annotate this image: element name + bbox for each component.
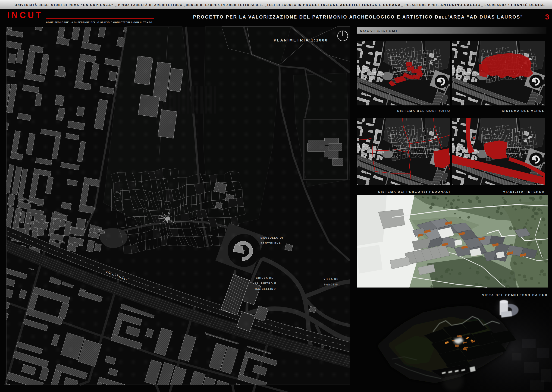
svg-text:INCUT: INCUT (7, 10, 43, 20)
svg-text:SANCTIS: SANCTIS (324, 283, 338, 286)
svg-text:SS. PIETRO E: SS. PIETRO E (254, 282, 276, 285)
svg-text:PROGETTO PER LA VALORIZZAZIONE: PROGETTO PER LA VALORIZZAZIONE DEL PATRI… (193, 14, 523, 20)
svg-text:VISTA DEL COMPLESSO DA SUD: VISTA DEL COMPLESSO DA SUD (482, 293, 548, 297)
svg-text:COME SFONDARE LA SUPERFICIE DE: COME SFONDARE LA SUPERFICIE DELLO SPAZIO… (46, 21, 152, 23)
svg-text:VIABILITA’ INTERNA: VIABILITA’ INTERNA (503, 190, 545, 193)
svg-text:UNIVERSITÀ DEGLI STUDI DI ROMA: UNIVERSITÀ DEGLI STUDI DI ROMA “LA SAPIE… (14, 3, 545, 7)
svg-text:P: P (473, 137, 475, 140)
svg-text:PLANIMETRIA 1:1000: PLANIMETRIA 1:1000 (274, 38, 328, 42)
svg-text:MAUSOLEO DI: MAUSOLEO DI (261, 236, 283, 239)
svg-text:NUOVI SISTEMI: NUOVI SISTEMI (360, 29, 398, 33)
svg-text:SISTEMA DEL VERDE: SISTEMA DEL VERDE (502, 109, 545, 112)
svg-text:SISTEMA DEI PERCORSI PEDONALI: SISTEMA DEI PERCORSI PEDONALI (378, 190, 450, 193)
svg-text:SISTEMA DEL COSTRUITO: SISTEMA DEL COSTRUITO (397, 109, 450, 112)
svg-text:SANT’ELENA: SANT’ELENA (261, 242, 281, 245)
svg-text:3: 3 (545, 13, 549, 21)
svg-text:MARCELLINO: MARCELLINO (255, 287, 276, 290)
svg-text:VILLA DE: VILLA DE (324, 278, 338, 280)
svg-text:CHIESA DEI: CHIESA DEI (256, 276, 275, 279)
